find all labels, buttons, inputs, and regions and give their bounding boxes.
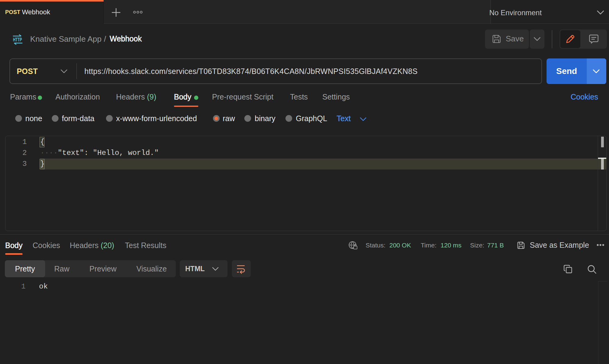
svg-text:HTTP: HTTP [13, 37, 22, 43]
